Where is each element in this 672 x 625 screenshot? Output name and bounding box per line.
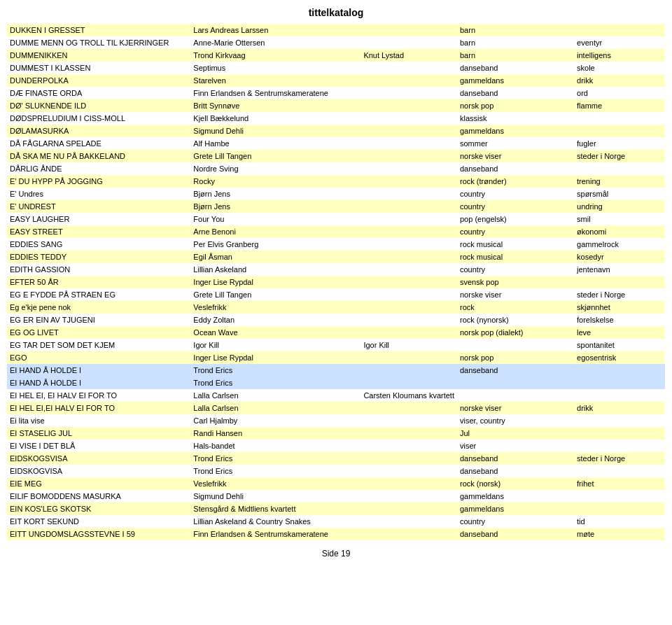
title-cell: EG TAR DET SOM DET KJEM xyxy=(7,339,190,351)
genre-cell: norske viser xyxy=(457,288,574,301)
genre-cell: norsk pop xyxy=(457,99,574,112)
table-row: EI HEL EI, EI HALV EI FOR TOLalla Carlse… xyxy=(7,389,665,402)
artist-cell: Stensgård & Midtliens kvartett xyxy=(190,503,360,515)
artist-cell: Lars Andreas Larssen xyxy=(190,24,360,36)
genre-cell: rock (nynorsk) xyxy=(457,314,574,326)
table-row: Eg e'kje pene nokVeslefrikkrockskjønnhet xyxy=(7,301,665,314)
artist-cell: Lalla Carlsen xyxy=(190,389,360,402)
extra-cell xyxy=(360,301,457,314)
title-cell: EI HEL EI,EI HALV EI FOR TO xyxy=(7,402,190,414)
sub-cell: spontanitet xyxy=(574,339,665,351)
sub-cell: ord xyxy=(574,87,665,99)
title-cell: EIDSKOGVISA xyxy=(7,465,190,477)
sub-cell: økonomi xyxy=(574,225,665,238)
genre-cell: norsk pop xyxy=(457,351,574,364)
artist-cell: Trond Erics xyxy=(190,377,360,389)
extra-cell xyxy=(360,87,457,99)
title-cell: Ei lita vise xyxy=(7,414,190,427)
extra-cell xyxy=(360,465,457,477)
genre-cell: danseband xyxy=(457,528,574,540)
genre-cell: norske viser xyxy=(457,150,574,162)
artist-cell: Septimus xyxy=(190,62,360,74)
artist-cell: Randi Hansen xyxy=(190,427,360,440)
artist-cell: Nordre Sving xyxy=(190,162,360,175)
table-row: EG TAR DET SOM DET KJEMIgor KillIgor Kil… xyxy=(7,339,665,351)
sub-cell: skjønnhet xyxy=(574,301,665,314)
genre-cell: klassisk xyxy=(457,112,574,125)
title-cell: DUMMEST I KLASSEN xyxy=(7,62,190,74)
title-cell: DØDSPRELUDIUM I CISS-MOLL xyxy=(7,112,190,125)
title-cell: EG OG LIVET xyxy=(7,326,190,339)
extra-cell xyxy=(360,213,457,225)
artist-cell: Finn Erlandsen & Sentrumskameratene xyxy=(190,528,360,540)
sub-cell: tid xyxy=(574,515,665,528)
title-cell: EI HAND Å HOLDE I xyxy=(7,364,190,377)
extra-cell xyxy=(360,188,457,200)
catalog-table-container: DUKKEN I GRESSETLars Andreas Larssenbarn… xyxy=(0,24,672,540)
artist-cell: Grete Lill Tangen xyxy=(190,150,360,162)
artist-cell: Igor Kill xyxy=(190,339,360,351)
title-cell: EI VISE I DET BLÅ xyxy=(7,440,190,452)
table-row: EI HEL EI,EI HALV EI FOR TOLalla Carlsen… xyxy=(7,402,665,414)
genre-cell: svensk pop xyxy=(457,276,574,288)
sub-cell xyxy=(574,440,665,452)
sub-cell: flamme xyxy=(574,99,665,112)
table-row: EDDIES TEDDYEgil Åsmanrock musicalkosedy… xyxy=(7,251,665,263)
artist-cell: Ocean Wave xyxy=(190,326,360,339)
table-row: DUMMEST I KLASSENSeptimusdansebandskole xyxy=(7,62,665,74)
table-row: Ei lita viseCarl Hjalmbyviser, country xyxy=(7,414,665,427)
sub-cell xyxy=(574,24,665,36)
extra-cell xyxy=(360,24,457,36)
sub-cell: frihet xyxy=(574,477,665,490)
genre-cell: country xyxy=(457,200,574,213)
extra-cell xyxy=(360,288,457,301)
artist-cell: Inger Lise Rypdal xyxy=(190,276,360,288)
artist-cell: Carl Hjalmby xyxy=(190,414,360,427)
sub-cell: drikk xyxy=(574,74,665,87)
extra-cell xyxy=(360,125,457,137)
table-row: DØ' SLUKNENDE ILDBritt Synnøvenorsk popf… xyxy=(7,99,665,112)
genre-cell: rock xyxy=(457,301,574,314)
genre-cell: rock musical xyxy=(457,238,574,251)
table-row: E' DU HYPP PÅ JOGGINGRockyrock (trønder)… xyxy=(7,175,665,188)
table-row: EI HAND Å HOLDE ITrond Erics xyxy=(7,377,665,389)
title-cell: EDITH GASSION xyxy=(7,263,190,276)
sub-cell: møte xyxy=(574,528,665,540)
artist-cell: Trond Erics xyxy=(190,452,360,465)
genre-cell xyxy=(457,339,574,351)
artist-cell: Lalla Carlsen xyxy=(190,402,360,414)
extra-cell xyxy=(360,200,457,213)
artist-cell: Egil Åsman xyxy=(190,251,360,263)
title-cell: EDDIES TEDDY xyxy=(7,251,190,263)
extra-cell xyxy=(360,503,457,515)
genre-cell: country xyxy=(457,263,574,276)
catalog-table: DUKKEN I GRESSETLars Andreas Larssenbarn… xyxy=(7,24,665,540)
genre-cell: barn xyxy=(457,24,574,36)
title-cell: DUNDERPOLKA xyxy=(7,74,190,87)
table-row: EDITH GASSIONLillian Askelandcountryjent… xyxy=(7,263,665,276)
table-row: EILIF BOMODDENS MASURKASigmund Dehligamm… xyxy=(7,490,665,503)
sub-cell: trening xyxy=(574,175,665,188)
table-row: EGOInger Lise Rypdalnorsk popegosentrisk xyxy=(7,351,665,364)
genre-cell: norske viser xyxy=(457,402,574,414)
title-cell: DÅ FÅGLARNA SPELADE xyxy=(7,137,190,150)
sub-cell xyxy=(574,364,665,377)
extra-cell xyxy=(360,225,457,238)
extra-cell xyxy=(360,99,457,112)
extra-cell xyxy=(360,238,457,251)
title-cell: EDDIES SANG xyxy=(7,238,190,251)
artist-cell: Lillian Askeland xyxy=(190,263,360,276)
genre-cell: danseband xyxy=(457,162,574,175)
sub-cell xyxy=(574,427,665,440)
artist-cell: Finn Erlandsen & Sentrumskameratene xyxy=(190,87,360,99)
extra-cell xyxy=(360,150,457,162)
genre-cell: viser, country xyxy=(457,414,574,427)
table-row: EFTER 50 ÅRInger Lise Rypdalsvensk pop xyxy=(7,276,665,288)
genre-cell: barn xyxy=(457,36,574,49)
artist-cell: Trond Kirkvaag xyxy=(190,49,360,62)
extra-cell xyxy=(360,175,457,188)
table-row: EIDSKOGSVISATrond Ericsdansebandsteder i… xyxy=(7,452,665,465)
table-row: DÆ FINASTE ORDAFinn Erlandsen & Sentrums… xyxy=(7,87,665,99)
title-cell: EI HAND Å HOLDE I xyxy=(7,377,190,389)
table-row: E' UNDRESTBjørn Jenscountryundring xyxy=(7,200,665,213)
